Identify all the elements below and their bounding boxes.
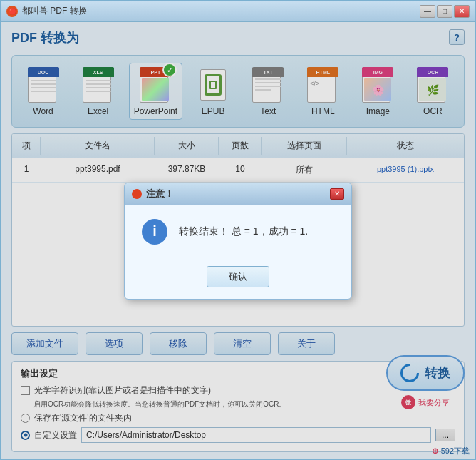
dialog-footer: 确认 [125, 259, 351, 299]
dialog-title-left: 注意！ [132, 188, 174, 200]
dialog-overlay: 注意！ ✕ i 转换结束！ 总 = 1，成功 = 1. 确认 [1, 22, 475, 459]
dialog-title: 注意！ [146, 188, 174, 200]
main-window: 🔴 都叫兽 PDF 转换 — □ ✕ ? PDF 转换为 DOC [0, 0, 476, 460]
dialog-ok-button[interactable]: 确认 [207, 266, 269, 287]
main-content: ? PDF 转换为 DOC Word [1, 22, 475, 459]
maximize-button[interactable]: □ [437, 5, 452, 18]
dialog-app-icon [132, 189, 142, 199]
window-controls: — □ ✕ [420, 5, 470, 18]
dialog-title-bar: 注意！ ✕ [125, 183, 351, 205]
info-icon: i [142, 219, 167, 245]
window-title: 都叫兽 PDF 转换 [22, 5, 87, 17]
dialog-message: 转换结束！ 总 = 1，成功 = 1. [179, 225, 308, 238]
dialog-body: i 转换结束！ 总 = 1，成功 = 1. [125, 205, 351, 259]
notice-dialog: 注意！ ✕ i 转换结束！ 总 = 1，成功 = 1. 确认 [124, 183, 352, 300]
dialog-close-button[interactable]: ✕ [330, 188, 344, 200]
title-bar-left: 🔴 都叫兽 PDF 转换 [6, 5, 87, 17]
title-bar: 🔴 都叫兽 PDF 转换 — □ ✕ [1, 1, 475, 22]
app-icon: 🔴 [6, 6, 18, 17]
close-button[interactable]: ✕ [454, 5, 470, 18]
minimize-button[interactable]: — [420, 5, 435, 18]
